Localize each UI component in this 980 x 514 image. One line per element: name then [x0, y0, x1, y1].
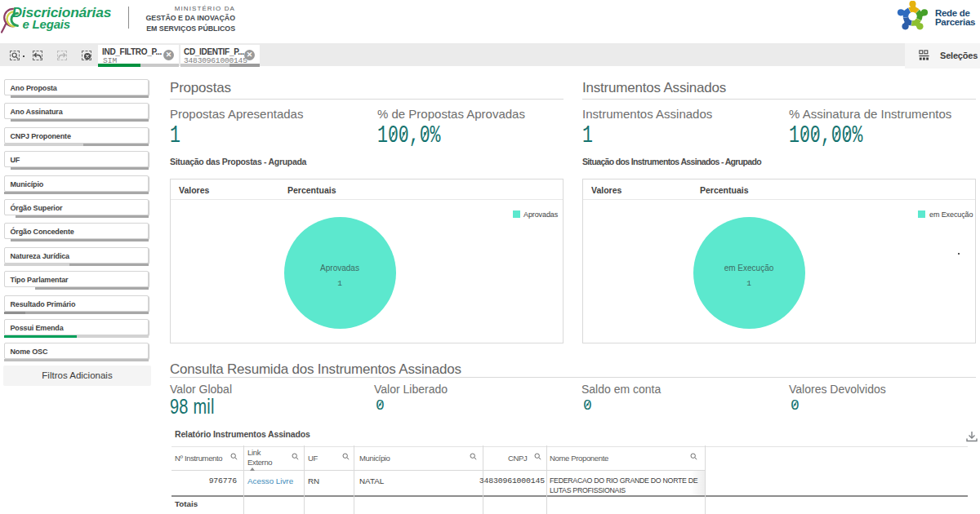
svg-text:e Legais: e Legais: [23, 17, 70, 31]
